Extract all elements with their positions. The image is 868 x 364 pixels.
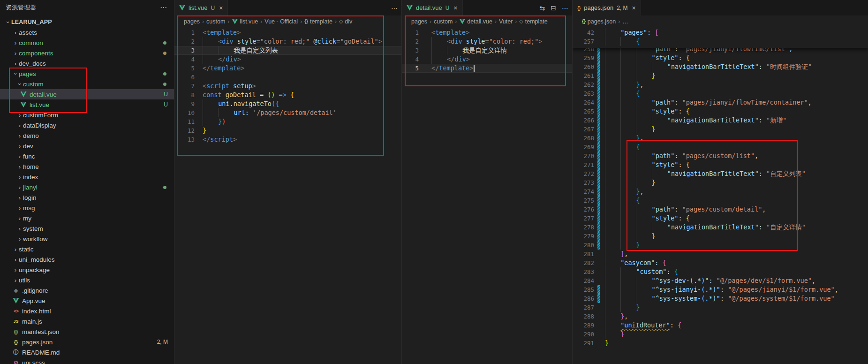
tree-item-my[interactable]: ›my [0,213,174,223]
breadcrumb-item-custom[interactable]: custom [206,18,225,25]
code-line-289[interactable]: 289"uniIdRouter": { [573,321,868,330]
code-line-274[interactable]: 274}, [573,187,868,196]
tree-item-manifest.json[interactable]: {}manifest.json [0,326,174,337]
code-line-1[interactable]: 1<template> [402,28,572,37]
code-line-287[interactable]: 287} [573,303,868,312]
code-editor-pagesjson[interactable]: 258"path": "pages/jianyi/flowTime/list",… [573,27,868,364]
code-line-277[interactable]: 277"style": { [573,214,868,223]
close-icon[interactable]: × [632,4,636,12]
breadcrumb-item-pages[interactable]: pages [184,18,200,25]
tree-item-workflow[interactable]: ›workflow [0,234,174,244]
breadcrumb-item-Vue - Official[interactable]: Vue - Official [264,18,298,25]
tree-item-jianyi[interactable]: ›jianyi [0,182,174,192]
code-line-12[interactable]: 12} [174,126,401,135]
code-editor-list[interactable]: 1<template>2<div style="color: red;" @cl… [174,27,401,364]
breadcrumb-item-custom[interactable]: custom [434,18,453,25]
breadcrumb-item-Vuter[interactable]: Vuter [499,18,513,25]
tab-list-vue[interactable]: list.vue U × [174,0,228,15]
code-line-288[interactable]: 288}, [573,312,868,321]
code-line-271[interactable]: 271"style": { [573,160,868,169]
tree-item-index[interactable]: ›index [0,172,174,182]
code-line-280[interactable]: 280} [573,241,868,250]
breadcrumb-item-pages[interactable]: pages [411,18,427,25]
code-line-4[interactable]: 4</div> [174,55,401,64]
breadcrumb-item-div[interactable]: ◇div [339,18,352,25]
code-line-3[interactable]: 3我是自定义列表 [174,46,401,55]
code-line-3[interactable]: 3我是自定义详情 [402,46,572,55]
code-line-269[interactable]: 269{ [573,143,868,152]
tree-item-detail.vue[interactable]: detail.vueU [0,89,174,99]
tab-pages-json[interactable]: {} pages.json 2, M × [573,0,641,15]
code-line-283[interactable]: 283"custom": { [573,267,868,276]
code-line-13[interactable]: 13</script> [174,135,401,144]
code-line-8[interactable]: 8const goDetail = () => { [174,91,401,99]
code-line-265[interactable]: 265"style": { [573,107,868,116]
breadcrumb-item-…[interactable]: … [622,18,628,25]
code-line-9[interactable]: 9uni.navigateTo({ [174,99,401,108]
code-line-42[interactable]: 42"pages": [ [573,28,868,37]
code-editor-detail[interactable]: 1<template>2<div style="color: red;">3我是… [402,27,572,364]
split-editor-icon[interactable]: ⊟ [551,4,556,12]
code-line-275[interactable]: 275{ [573,196,868,205]
code-line-259[interactable]: 259"style": { [573,53,868,62]
tree-item-pages.json[interactable]: {}pages.json2, M [0,337,174,347]
tree-item-dev_docs[interactable]: ›dev_docs [0,58,174,68]
code-line-2[interactable]: 2<div style="color: red;"> [402,37,572,46]
tree-item-unpackage[interactable]: ›unpackage [0,265,174,275]
code-line-10[interactable]: 10url: '/pages/custom/detail' [174,108,401,117]
code-line-282[interactable]: 282"easycom": { [573,258,868,267]
code-line-278[interactable]: 278"navigationBarTitleText": "自定义详情" [573,223,868,232]
tree-item-pages[interactable]: ›pages [0,68,174,79]
code-line-4[interactable]: 4</div> [402,55,572,64]
code-line-291[interactable]: 291} [573,339,868,348]
more-actions-icon[interactable]: ⋯ [562,4,568,12]
breadcrumb-item-detail.vue[interactable]: detail.vue [459,18,492,25]
code-line-267[interactable]: 267} [573,125,868,134]
open-changes-icon[interactable]: ⇆ [540,4,545,12]
tree-item-list.vue[interactable]: list.vueU [0,99,174,110]
breadcrumb-item-template[interactable]: ◇template [519,18,547,25]
code-line-273[interactable]: 273} [573,178,868,187]
tab-detail-vue[interactable]: detail.vue U × [402,0,463,15]
code-line-11[interactable]: 11}) [174,117,401,126]
code-line-264[interactable]: 264"path": "pages/jianyi/flowTime/contai… [573,98,868,107]
code-line-268[interactable]: 268}, [573,134,868,143]
code-line-5[interactable]: 5</template> [402,64,572,73]
tree-item-components[interactable]: ›components [0,48,174,58]
tree-item-README.md[interactable]: ⓘREADME.md [0,347,174,357]
tree-item-home[interactable]: ›home [0,161,174,172]
code-line-290[interactable]: 290} [573,330,868,339]
code-line-284[interactable]: 284"^sys-dev-(.*)": "@/pages/dev/$1/form… [573,276,868,285]
code-line-270[interactable]: 270"path": "pages/custom/list", [573,152,868,160]
tree-item-static[interactable]: ›static [0,244,174,254]
close-icon[interactable]: × [453,4,457,12]
tree-item-utils[interactable]: ›utils [0,275,174,285]
code-line-7[interactable]: 7<script setup> [174,82,401,91]
tree-item-App.vue[interactable]: App.vue [0,296,174,306]
breadcrumb-item-pages.json[interactable]: {}pages.json [582,18,616,25]
tree-item-uni.scss[interactable]: Øuni.scss [0,357,174,364]
explorer-more-icon[interactable]: ⋯ [160,3,167,12]
close-icon[interactable]: × [219,4,223,12]
code-line-261[interactable]: 261} [573,71,868,80]
code-line-272[interactable]: 272"navigationBarTitleText": "自定义列表" [573,169,868,178]
tree-item-system[interactable]: ›system [0,223,174,234]
code-line-260[interactable]: 260"navigationBarTitleText": "时间组件验证" [573,62,868,71]
tree-item-assets[interactable]: ›assets [0,27,174,38]
code-line-285[interactable]: 285"^sys-jianyi-(.*)": "@/pages/jianyi/$… [573,285,868,294]
code-line-276[interactable]: 276"path": "pages/custom/detail", [573,205,868,214]
code-line-262[interactable]: 262}, [573,80,868,89]
breadcrumb-item-list.vue[interactable]: list.vue [232,18,258,25]
code-line-263[interactable]: 263{ [573,89,868,98]
code-line-6[interactable]: 6 [174,73,401,82]
tree-item-func[interactable]: ›func [0,151,174,161]
tree-item-index.html[interactable]: <>index.html [0,306,174,316]
tree-item-login[interactable]: ›login [0,192,174,203]
tree-item-dev[interactable]: ›dev [0,141,174,151]
code-line-279[interactable]: 279} [573,232,868,241]
code-line-286[interactable]: 286"^sys-system-(.*)": "@/pages/system/$… [573,294,868,303]
tree-item-dataDisplay[interactable]: ›dataDisplay [0,120,174,130]
more-actions-icon[interactable]: ⋯ [391,4,398,12]
tree-item-.gitignore[interactable]: ◈.gitignore [0,285,174,296]
code-line-1[interactable]: 1<template> [174,28,401,37]
